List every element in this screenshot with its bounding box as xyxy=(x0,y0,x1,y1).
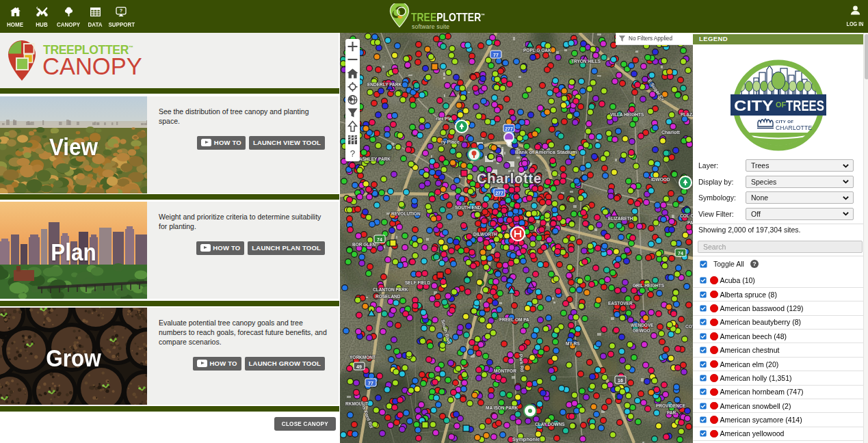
svg-text:GRIL HEIGHTS: GRIL HEIGHTS xyxy=(633,283,665,288)
svg-text:77: 77 xyxy=(368,381,373,386)
svg-text:277: 277 xyxy=(505,126,513,131)
svg-text:PARK: PARK xyxy=(687,220,693,225)
svg-text:?: ? xyxy=(350,148,356,159)
svg-text:Charlotte: Charlotte xyxy=(477,171,542,186)
svg-text:VILLA HEIGHTS: VILLA HEIGHTS xyxy=(610,112,644,117)
svg-text:EASTOVER: EASTOVER xyxy=(608,301,633,306)
svg-text:PAR: PAR xyxy=(667,410,676,415)
svg-text:?: ? xyxy=(120,8,123,14)
svg-text:CHARLOTTE: CHARLOTTE xyxy=(776,124,812,131)
svg-text:MY RS: MY RS xyxy=(566,341,580,346)
svg-text:COL COMMONWEALTH: COL COMMONWEALTH xyxy=(680,213,693,218)
svg-text:TREES: TREES xyxy=(786,97,824,114)
svg-text:BOR GLEN: BOR GLEN xyxy=(352,242,376,247)
svg-text:MONTFOR: MONTFOR xyxy=(494,368,516,373)
svg-text:SOUTH END: SOUTH END xyxy=(455,205,482,210)
svg-text:PLAZA HAMP: PLAZA HAMP xyxy=(681,112,693,117)
svg-text:CITY: CITY xyxy=(734,97,774,114)
svg-text:PROVIDENCE: PROVIDENCE xyxy=(656,403,686,408)
svg-text:SELF FIELD: SELF FIELD xyxy=(405,280,431,285)
svg-text:Bank of America Stadium: Bank of America Stadium xyxy=(515,149,577,155)
svg-text:ENDERLY PARK: ENDERLY PARK xyxy=(367,82,402,87)
svg-text:ROSELAND: ROSELAND xyxy=(376,294,401,299)
svg-text:CITY OF: CITY OF xyxy=(776,120,793,124)
svg-text:WENDOVE: WENDOVE xyxy=(631,323,654,327)
svg-text:DILWORTH: DILWORTH xyxy=(473,232,497,237)
svg-text:16: 16 xyxy=(618,378,623,383)
svg-text:Symphonie: Symphonie xyxy=(512,436,540,442)
svg-text:ASHLEY PARK: ASHLEY PARK xyxy=(359,157,391,161)
svg-text:FREEL OM PA: FREEL OM PA xyxy=(499,317,529,322)
svg-text:GEWOO: GEWOO xyxy=(633,328,650,333)
svg-text:MA ISON PARK: MA ISON PARK xyxy=(486,405,518,410)
svg-text:77: 77 xyxy=(493,53,499,57)
svg-text:74: 74 xyxy=(377,237,382,242)
svg-text:ry Place: ry Place xyxy=(441,139,460,145)
svg-text:CLAY DOWNS: CLAY DOWNS xyxy=(535,422,565,427)
svg-text:REVOLUTION: REVOLUTION xyxy=(391,211,421,216)
svg-text:POPL G OAK: POPL G OAK xyxy=(523,48,551,53)
svg-text:OF: OF xyxy=(776,100,787,109)
svg-text:TRYON HILLS: TRYON HILLS xyxy=(571,59,601,64)
svg-text:COTSWOLD: COTSWOLD xyxy=(685,324,693,329)
svg-text:YORKMONT: YORKMONT xyxy=(350,355,376,360)
svg-text:IDWOOD: IDWOOD xyxy=(651,177,670,182)
svg-text:CLANTON PARK: CLANTON PARK xyxy=(373,287,408,292)
svg-text:Charlott: Charlott xyxy=(661,130,681,135)
svg-text:277: 277 xyxy=(495,191,503,196)
svg-text:74: 74 xyxy=(678,251,683,256)
svg-text:rier Pla: rier Pla xyxy=(436,116,452,121)
svg-text:49: 49 xyxy=(356,364,362,369)
svg-text:ELIZABETH: ELIZABETH xyxy=(608,216,633,221)
